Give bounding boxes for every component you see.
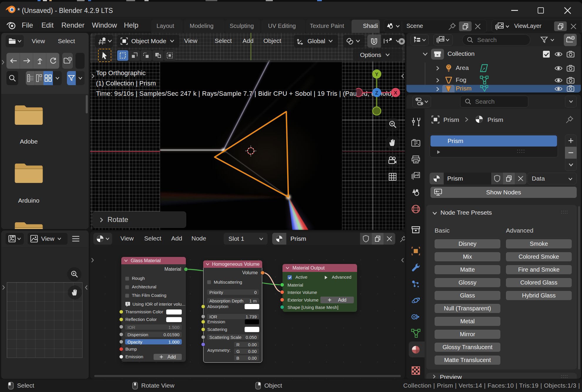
- svg-text:Z: Z: [375, 90, 378, 96]
- svg-text:i: i: [127, 302, 128, 305]
- svg-text:X: X: [394, 90, 397, 96]
- svg-text:Y: Y: [375, 72, 379, 77]
